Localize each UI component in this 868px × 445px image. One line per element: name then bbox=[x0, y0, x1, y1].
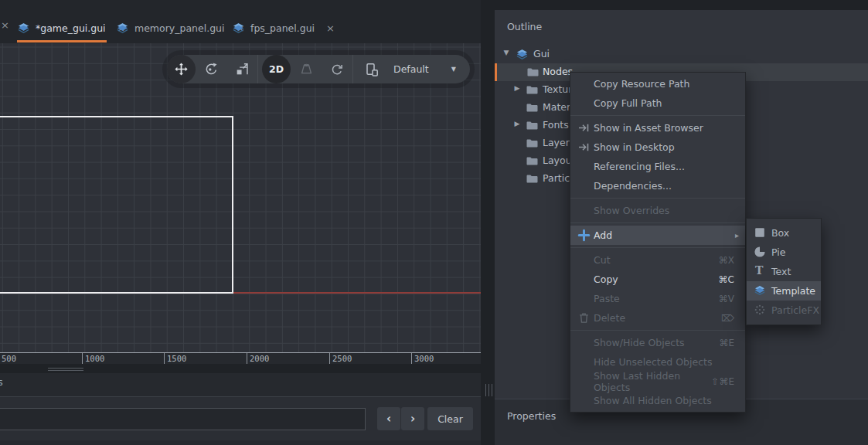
menu-item-show-last-hidden-objects[interactable]: Show Last Hidden Objects ⇧⌘E bbox=[570, 372, 745, 391]
menu-separator bbox=[570, 222, 745, 223]
console-search-input[interactable] bbox=[0, 408, 366, 430]
submenu-arrow-icon: ▸ bbox=[735, 231, 745, 239]
menu-item-label: Referencing Files... bbox=[594, 161, 685, 172]
menu-item-label: Delete bbox=[594, 312, 625, 324]
defold-editor-window: × *game_gui.gui × memory_panel.gui × fps… bbox=[0, 0, 868, 445]
pie-icon bbox=[754, 246, 766, 258]
chevron-right-icon[interactable]: ▶ bbox=[512, 120, 522, 127]
menu-item-hide-unselected-objects[interactable]: Hide Unselected Objects bbox=[570, 352, 745, 372]
outline-panel-title: Outline bbox=[507, 21, 542, 32]
clear-button-label: Clear bbox=[437, 413, 463, 425]
outline-item-gui[interactable]: ▼ Gui bbox=[495, 46, 868, 63]
horizontal-ruler: 500 1000 1500 2000 2500 3000 bbox=[0, 352, 481, 364]
rotate-icon bbox=[204, 62, 219, 76]
menu-item-copy-resource-path[interactable]: Copy Resource Path bbox=[570, 74, 745, 93]
horizontal-splitter-handle[interactable] bbox=[48, 368, 83, 371]
menu-item-dependencies[interactable]: Dependencies... bbox=[570, 176, 745, 195]
scale-icon bbox=[235, 62, 250, 76]
menu-item-paste[interactable]: Paste ⌘V bbox=[570, 289, 745, 308]
menu-item-add[interactable]: Add ▸ bbox=[570, 226, 745, 245]
menu-separator bbox=[570, 115, 745, 116]
submenu-item-box[interactable]: Box bbox=[747, 223, 821, 243]
chevron-right-icon[interactable]: ▶ bbox=[512, 84, 522, 92]
ruler-tick: 2000 bbox=[247, 353, 269, 364]
menu-item-show-all-hidden-objects[interactable]: Show All Hidden Objects bbox=[570, 391, 745, 410]
menu-item-referencing-files[interactable]: Referencing Files... bbox=[570, 157, 745, 176]
rotate-tool-button[interactable] bbox=[196, 55, 226, 83]
menu-item-copy[interactable]: Copy ⌘C bbox=[570, 270, 745, 289]
layout-selector-value[interactable]: Default bbox=[393, 63, 429, 75]
clear-console-button[interactable]: Clear bbox=[427, 407, 473, 430]
menu-item-show-in-desktop[interactable]: Show in Desktop bbox=[570, 138, 745, 157]
toolbar-separator bbox=[352, 55, 353, 83]
menu-item-label: Hide Unselected Objects bbox=[594, 356, 713, 368]
menu-item-show-overrides[interactable]: Show Overrides bbox=[570, 201, 745, 220]
menu-item-delete[interactable]: Delete ⌦ bbox=[570, 308, 745, 328]
scene-viewport[interactable]: 2D Default ▼ bbox=[0, 43, 481, 352]
outline-item-label: Gui bbox=[533, 48, 550, 59]
menu-item-label: Dependencies... bbox=[594, 180, 672, 192]
menu-item-label: Show in Desktop bbox=[594, 141, 675, 153]
chevron-down-icon[interactable]: ▼ bbox=[502, 49, 511, 56]
submenu-item-template[interactable]: Template bbox=[747, 281, 821, 301]
menu-item-label: Show All Hidden Objects bbox=[594, 395, 712, 406]
ruler-tick: 1000 bbox=[82, 353, 104, 364]
tab-game-gui[interactable]: *game_gui.gui × bbox=[14, 15, 129, 41]
menu-item-label: Copy Resource Path bbox=[594, 78, 689, 90]
tab-fps-panel[interactable]: fps_panel.gui × bbox=[229, 15, 338, 41]
frustum-icon bbox=[299, 62, 314, 76]
layout-device-button[interactable] bbox=[356, 55, 387, 83]
pane-divider bbox=[481, 0, 495, 445]
menu-item-show-in-asset-browser[interactable]: Show in Asset Browser bbox=[570, 118, 745, 138]
find-next-button[interactable]: › bbox=[401, 407, 424, 430]
gui-scene-icon bbox=[516, 48, 529, 61]
gui-scene-icon bbox=[116, 22, 129, 35]
device-icon bbox=[364, 62, 380, 77]
move-tool-button[interactable] bbox=[167, 55, 196, 83]
editor-tab-bar: × *game_gui.gui × memory_panel.gui × fps… bbox=[0, 0, 481, 43]
menu-item-show-hide-objects[interactable]: Show/Hide Objects ⌘E bbox=[570, 333, 745, 352]
close-icon[interactable]: × bbox=[326, 22, 335, 34]
menu-item-copy-full-path[interactable]: Copy Full Path bbox=[570, 93, 745, 113]
ruler-tick: 1500 bbox=[164, 353, 186, 364]
menu-item-label: Copy Full Path bbox=[594, 97, 662, 109]
tab-memory-panel[interactable]: memory_panel.gui × bbox=[113, 15, 247, 41]
menu-shortcut: ⌦ bbox=[721, 313, 745, 324]
folder-icon bbox=[526, 172, 539, 185]
console-label-fragment: s bbox=[0, 376, 3, 388]
scale-tool-button[interactable] bbox=[226, 55, 257, 83]
menu-shortcut: ⇧⌘E bbox=[711, 376, 745, 387]
menu-item-cut[interactable]: Cut ⌘X bbox=[570, 250, 745, 270]
chevron-down-icon[interactable]: ▼ bbox=[451, 66, 456, 73]
menu-item-label: Box bbox=[771, 227, 789, 239]
ruler-tick: 2500 bbox=[329, 353, 352, 364]
realign-camera-button[interactable] bbox=[322, 55, 352, 83]
close-icon[interactable]: × bbox=[1, 19, 9, 31]
tab-label: *game_gui.gui bbox=[36, 22, 106, 34]
active-tab-indicator bbox=[17, 40, 107, 42]
submenu-item-pie[interactable]: Pie bbox=[747, 243, 821, 262]
console-header-band: s bbox=[0, 373, 481, 396]
menu-shortcut: ⌘X bbox=[719, 255, 745, 266]
menu-item-label: Show Overrides bbox=[594, 205, 669, 216]
perspective-camera-button[interactable] bbox=[291, 55, 322, 83]
2d-mode-button[interactable]: 2D bbox=[262, 55, 291, 83]
template-icon bbox=[754, 284, 766, 297]
folder-icon bbox=[526, 83, 539, 97]
vertical-splitter-handle[interactable] bbox=[485, 384, 492, 396]
submenu-item-text[interactable]: T Text bbox=[747, 262, 821, 281]
submenu-item-particlefx[interactable]: ParticleFX bbox=[747, 301, 821, 320]
tab-label: fps_panel.gui bbox=[250, 22, 315, 34]
menu-separator bbox=[570, 330, 745, 331]
menu-shortcut: ⌘C bbox=[719, 274, 745, 285]
find-previous-button[interactable]: ‹ bbox=[377, 407, 400, 430]
menu-item-label: Copy bbox=[594, 273, 618, 285]
console-bottom-band bbox=[0, 440, 481, 445]
folder-icon bbox=[526, 137, 539, 150]
goto-icon bbox=[577, 141, 591, 154]
menu-item-label: Show in Asset Browser bbox=[594, 122, 703, 134]
menu-item-label: Text bbox=[771, 266, 791, 277]
properties-panel-title: Properties bbox=[507, 410, 556, 422]
scene-toolbar: 2D Default ▼ bbox=[167, 55, 470, 83]
menu-item-label: Template bbox=[771, 285, 815, 297]
